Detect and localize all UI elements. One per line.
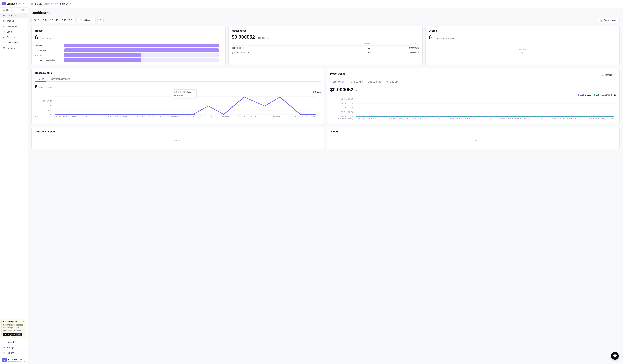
- tokens-col-header: Tokens: [340, 42, 370, 46]
- star-close-button[interactable]: ×: [23, 321, 24, 323]
- trace-bar-label: calculator: [35, 44, 63, 46]
- time-window-label: 24 hours: [83, 19, 91, 21]
- request-chart-label: Request Chart: [604, 19, 617, 21]
- trace-bar-bg: [64, 48, 219, 52]
- traces-card-title: Traces: [35, 29, 222, 32]
- sidebar-logo: L Langfuse v3.28.3: [0, 0, 28, 7]
- svg-text:2/17/25, 07:00 AM: 2/17/25, 07:00 AM: [188, 115, 229, 117]
- sidebar-item-dashboard[interactable]: ⊞ Dashboard: [0, 13, 28, 18]
- upgrade-icon: ↑: [2, 341, 5, 343]
- svg-text:$0.00: $0.00: [340, 116, 353, 117]
- tab-observations[interactable]: Observations by Level: [46, 77, 73, 82]
- sidebar-item-prompts[interactable]: ≡ Prompts: [0, 34, 28, 40]
- sidebar-item-label: Datasets: [7, 47, 15, 49]
- legend-label: Traces: [315, 91, 321, 93]
- sidebar-search[interactable]: 🔍 Go to... ⌘K: [0, 7, 28, 13]
- info-icon: ⓘ: [521, 51, 523, 54]
- request-chart-button[interactable]: 📊 Request Chart: [598, 18, 620, 23]
- user-consumption-card: User consumption No data: [31, 127, 324, 149]
- sidebar-item-upgrade[interactable]: ↑ Upgrade: [0, 339, 28, 345]
- sidebar-item-datasets[interactable]: ⊟ Datasets: [0, 45, 28, 51]
- model-usage-chart-svg: $4.00 $3.00 $2.00 $1.00 $0.00 2/16/25, 0…: [330, 97, 616, 120]
- svg-text:$1.00: $1.00: [340, 111, 353, 113]
- traces-by-time-card: Traces by time Traces Observations by Le…: [31, 68, 324, 124]
- org-name: my-org: [35, 2, 42, 5]
- trace-bar-count: 1: [221, 59, 222, 61]
- github-badge[interactable]: ★ Langfuse 8.6k: [3, 333, 22, 336]
- sidebar-item-label: Tracing: [7, 20, 14, 22]
- filters-row: 📅 Feb 16, 25 : 17:31 - Feb 17, 25 : 17:3…: [31, 18, 620, 23]
- tooltip-time: 2/17/25, 09:00 AM: [174, 91, 194, 93]
- traces-count-sub: Traces tracked: [38, 86, 52, 89]
- sidebar: L Langfuse v3.28.3 🔍 Go to... ⌘K ⊞ Dashb…: [0, 0, 28, 364]
- app-logo-icon: L: [2, 2, 6, 5]
- legend-dot-gpt35: [578, 94, 579, 96]
- svg-text:$2.00: $2.00: [340, 107, 353, 109]
- trace-bar-label: user_query_processing: [35, 59, 63, 61]
- scores-card-title: Scores: [429, 29, 616, 32]
- user-chevron-icon: ⌃⌄: [24, 357, 25, 362]
- users-icon: ♡: [2, 30, 5, 33]
- sidebar-item-label: Settings: [7, 346, 15, 349]
- breadcrumb: my-org Hobby ▾ / my-llm-project ▾: [35, 2, 71, 5]
- model-usage-amount-label: Cost: [354, 89, 358, 92]
- sidebar-item-tracing[interactable]: ◈ Tracing ›: [0, 18, 28, 24]
- model-usage-amount: $0.000052: [330, 87, 353, 92]
- star-title: Star Langfuse: [3, 321, 17, 323]
- star-count: 8.6k: [16, 333, 21, 336]
- breadcrumb-org[interactable]: my-org Hobby ▾: [35, 2, 52, 5]
- tooltip-value: 0: [193, 94, 194, 97]
- scores-bottom-empty: No data: [330, 135, 616, 146]
- cards-row: Traces 6 Total traces tracked calculator…: [31, 26, 620, 65]
- model-usd: $0.000046: [370, 46, 419, 50]
- time-window-picker[interactable]: 🕐 24 hours ▾: [77, 18, 96, 23]
- trace-bar-label: docs-retrieval: [35, 49, 63, 51]
- model-usage-legend: gpt-3.5-turbo gpt-4o-mini-2024-07-18: [330, 94, 616, 96]
- chat-button[interactable]: 💬: [611, 352, 619, 360]
- all-models-select[interactable]: All models ⌃⌄: [600, 71, 616, 79]
- sidebar-item-playground[interactable]: ▷ Playground: [0, 40, 28, 45]
- scores-no-data: No data ⓘ: [429, 44, 616, 58]
- sub-tab-units-by-type[interactable]: Units by type: [384, 80, 401, 85]
- sidebar-item-evaluation[interactable]: ◎ Evaluation ›: [0, 24, 28, 29]
- sidebar-user[interactable]: V vidyasagar ma... vidyasagar.machu... ⌃…: [0, 356, 28, 364]
- traces-count: 6: [35, 34, 38, 41]
- traces-chart-area: 2/17/25, 09:00 AM Traces 0 Traces: [35, 91, 321, 118]
- github-icon: ★: [4, 333, 6, 336]
- date-range-picker[interactable]: 📅 Feb 16, 25 : 17:31 - Feb 17, 25 : 17:3…: [31, 18, 76, 23]
- model-usd: $0.000006: [370, 50, 419, 55]
- sub-tab-cost-by-type[interactable]: Cost by type: [349, 80, 365, 85]
- sidebar-item-support[interactable]: ? Support: [0, 350, 28, 356]
- sidebar-bottom: ↑ Upgrade ⚙ Settings ? Support V vidyasa…: [0, 339, 28, 364]
- svg-text:2/17/25, 04:00 PM: 2/17/25, 04:00 PM: [588, 118, 616, 120]
- sidebar-item-settings[interactable]: ⚙ Settings: [0, 345, 28, 350]
- traces-card: Traces 6 Total traces tracked calculator…: [31, 26, 226, 65]
- content-area: Dashboard 📅 Feb 16, 25 : 17:31 - Feb 17,…: [28, 8, 623, 364]
- time-chevron-icon: ▾: [92, 20, 93, 21]
- model-costs-title: Model costs: [232, 29, 419, 32]
- tooltip-label: Traces: [177, 94, 183, 97]
- legend-item-gpt35: gpt-3.5-turbo: [578, 94, 591, 96]
- sub-tab-cost-by-model[interactable]: Cost by model: [330, 80, 349, 85]
- svg-text:0.75: 0.75: [43, 109, 53, 111]
- clock-icon: 🕐: [80, 19, 82, 21]
- svg-text:2/16/25, 05:30 PM: 2/16/25, 05:30 PM: [335, 118, 377, 120]
- sub-tab-units-by-model[interactable]: Units by model: [365, 80, 384, 85]
- sidebar-item-users[interactable]: ♡ Users: [0, 29, 28, 34]
- model-name: gpt-4o-mini-2024-07-18: [232, 50, 340, 55]
- filter-button[interactable]: ⚙: [97, 18, 104, 23]
- calendar-icon: 📅: [34, 19, 36, 21]
- breadcrumb-project[interactable]: my-llm-project ▾: [55, 2, 71, 5]
- trace-bar-count: 2: [221, 49, 222, 51]
- menu-toggle-icon[interactable]: ☰: [31, 2, 33, 5]
- model-tokens: 35: [340, 50, 370, 55]
- traces-line: [55, 97, 316, 114]
- svg-text:1.5: 1.5: [46, 105, 53, 107]
- user-info: vidyasagar ma... vidyasagar.machu...: [8, 358, 22, 362]
- tracing-icon: ◈: [2, 20, 5, 22]
- trace-bar-bg: [64, 58, 219, 62]
- tab-traces[interactable]: Traces: [35, 77, 46, 82]
- search-icon: 🔍: [2, 9, 5, 11]
- trace-bar-fill: [64, 43, 219, 47]
- sidebar-item-label: Evaluation: [7, 25, 17, 28]
